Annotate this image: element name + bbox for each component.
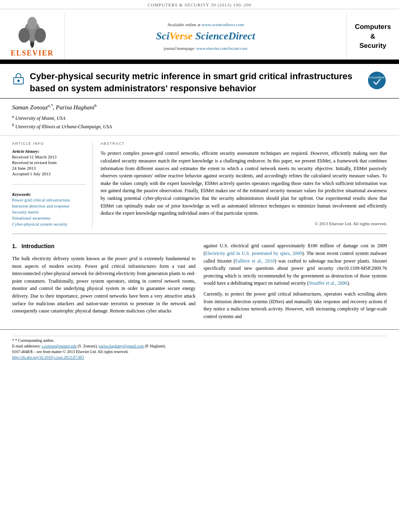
email-line: E-mail addresses: s.zonouz@miami.edu (S.…	[12, 344, 387, 348]
svg-point-2	[19, 28, 30, 43]
keyword-2: Intrusion detection and response	[12, 203, 86, 208]
svg-text:CrossMark: CrossMark	[369, 76, 385, 79]
svg-point-4	[27, 17, 37, 30]
received-revised-label: Received in revised form	[12, 160, 86, 165]
doi-link[interactable]: http://dx.doi.org/10.1016/j.cose.2013.07…	[12, 355, 84, 359]
article-title-text: Cyber-physical security metric inference…	[30, 70, 361, 94]
sciverse-url-link[interactable]: www.sciencedirect.com	[202, 22, 244, 27]
abstract-text: To protect complex power-grid control ne…	[101, 150, 387, 217]
received-revised-date: 24 June 2013	[12, 166, 86, 170]
elsevier-wordmark: ELSEVIER	[10, 49, 53, 58]
abstract-section: ABSTRACT To protect complex power-grid c…	[101, 142, 387, 228]
content-column-left: 1. Introduction The bulk electricity del…	[12, 242, 195, 323]
copyright-line: © 2013 Elsevier Ltd. All rights reserved…	[101, 221, 387, 226]
author-parisa: Parisa Haghani	[56, 104, 95, 111]
crossmark-icon: CrossMark	[367, 70, 387, 90]
crossmark-badge: CrossMark	[367, 70, 387, 90]
computers-security-title: Computers&Security	[355, 22, 391, 51]
svg-point-5	[31, 43, 34, 46]
keyword-4: Situational awareness	[12, 216, 86, 220]
affiliation-a: a University of Miami, USA	[12, 114, 387, 121]
sciencedirect-section: Available online at www.sciencedirect.co…	[64, 13, 347, 60]
article-info-abstract: ARTICLE INFO Article history: Received 1…	[0, 136, 399, 234]
affiliation-b: b University of Illinois at Urbana-Champ…	[12, 123, 387, 130]
article-info-column: ARTICLE INFO Article history: Received 1…	[12, 142, 93, 228]
keywords-section: Keywords: Power grid critical infrastruc…	[12, 184, 86, 226]
elsevier-tree-icon	[14, 15, 50, 47]
footer: * * Corresponding author. E-mail address…	[0, 329, 399, 364]
corresponding-author-note: * * Corresponding author.	[12, 338, 387, 343]
content-column-right: against U.S. electrical grid caused appr…	[204, 242, 387, 323]
article-title-section: Cyber-physical security metric inference…	[0, 64, 399, 99]
svg-point-9	[368, 72, 386, 89]
svg-point-3	[35, 28, 46, 43]
issn-line: 0167-4048/$ – see front matter © 2013 El…	[12, 349, 387, 354]
elsevier-logo-section: ELSEVIER	[0, 13, 64, 60]
email-haghani[interactable]: parisa.haghany@gmail.com	[99, 344, 144, 348]
accepted-date: Accepted 1 July 2013	[12, 171, 86, 176]
available-online-text: Available online at www.sciencedirect.co…	[167, 22, 244, 27]
keyword-5: Cyber-physical system security	[12, 222, 86, 226]
article-title: Cyber-physical security metric inference…	[30, 70, 361, 94]
svg-rect-6	[31, 45, 33, 47]
abstract-title: ABSTRACT	[101, 142, 387, 146]
keyword-1: Power grid critical infrastructure	[12, 197, 86, 202]
intro-para-2: against U.S. electrical grid caused appr…	[204, 242, 387, 287]
footer-divider	[12, 336, 387, 336]
article-icon-wrapper	[12, 72, 25, 86]
journal-ref-text: COMPUTERS & SECURITY 39 (2013) 190–200	[148, 2, 252, 7]
article-info-title: ARTICLE INFO	[12, 142, 86, 146]
received-date-1: Received 11 March 2013	[12, 154, 86, 159]
keyword-3: Security metric	[12, 210, 86, 214]
intro-para-1: The bulk electricity delivery system kno…	[12, 255, 195, 315]
article-history-label: Article history:	[12, 149, 86, 154]
elsevier-logo: ELSEVIER	[10, 15, 53, 58]
journal-reference: COMPUTERS & SECURITY 39 (2013) 190–200	[0, 0, 399, 9]
computers-security-section: Computers&Security	[347, 13, 399, 60]
title-bar-divider	[0, 61, 399, 64]
journal-homepage-link[interactable]: www.elsevier.com/locate/cose	[196, 46, 247, 51]
intro-para-3: Currently, to protect the power grid cri…	[204, 290, 387, 320]
journal-homepage-line: journal homepage: www.elsevier.com/locat…	[164, 46, 247, 51]
svg-point-8	[17, 80, 20, 82]
lock-key-icon	[12, 72, 25, 85]
keywords-label: Keywords:	[12, 192, 86, 197]
sciverse-logo: SciVerse ScienceDirect	[156, 30, 255, 42]
introduction-heading: 1. Introduction	[12, 242, 195, 251]
main-content: 1. Introduction The bulk electricity del…	[0, 234, 399, 327]
page-header: ELSEVIER Available online at www.science…	[0, 9, 399, 61]
email-zonouz[interactable]: s.zonouz@miami.edu	[41, 344, 76, 348]
authors-line: Saman Zonouza,*, Parisa Haghanib	[12, 103, 387, 111]
author-saman: Saman Zonouz	[12, 104, 48, 111]
authors-section: Saman Zonouza,*, Parisa Haghanib a Unive…	[0, 99, 399, 136]
doi-line: http://dx.doi.org/10.1016/j.cose.2013.07…	[12, 355, 387, 359]
